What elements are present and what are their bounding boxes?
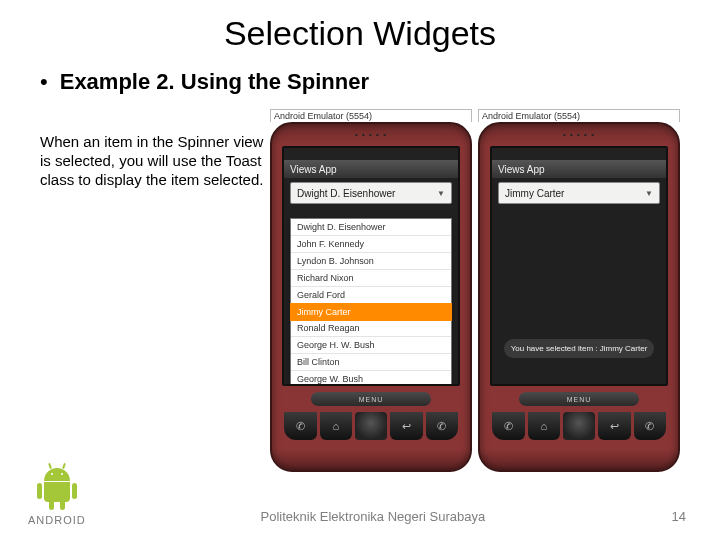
dropdown-option[interactable]: George W. Bush: [291, 371, 451, 386]
slide-title: Selection Widgets: [40, 14, 680, 53]
dropdown-option[interactable]: Bill Clinton: [291, 354, 451, 371]
home-button[interactable]: ⌂: [528, 412, 561, 440]
dpad[interactable]: [355, 412, 387, 440]
app-bar-title: Views App: [498, 164, 545, 175]
emulator-window-title: Android Emulator (5554): [478, 109, 680, 122]
emulator-left: Android Emulator (5554) • • • • • Views …: [270, 109, 472, 472]
dropdown-option[interactable]: Dwight D. Eisenhower: [291, 219, 451, 236]
chevron-down-icon: ▼: [645, 189, 653, 198]
phone-screen: Views App Jimmy Carter ▼ You have select…: [490, 146, 668, 386]
end-call-button[interactable]: ✆: [426, 412, 459, 440]
phone-body: • • • • • Views App Dwight D. Eisenhower…: [270, 122, 472, 472]
emulator-right: Android Emulator (5554) • • • • • Views …: [478, 109, 680, 472]
footer-text: Politeknik Elektronika Negeri Surabaya: [86, 509, 660, 526]
app-bar: Views App: [284, 160, 458, 178]
chevron-down-icon: ▼: [437, 189, 445, 198]
spinner-dropdown[interactable]: Dwight D. EisenhowerJohn F. KennedyLyndo…: [290, 218, 452, 386]
spinner-widget[interactable]: Dwight D. Eisenhower ▼: [290, 182, 452, 204]
slide: Selection Widgets • Example 2. Using the…: [0, 0, 720, 540]
page-number: 14: [660, 509, 720, 526]
home-button[interactable]: ⌂: [320, 412, 353, 440]
phone-screen: Views App Dwight D. Eisenhower ▼ Dwight …: [282, 146, 460, 386]
spinner-widget[interactable]: Jimmy Carter ▼: [498, 182, 660, 204]
dropdown-option[interactable]: George H. W. Bush: [291, 337, 451, 354]
dropdown-option[interactable]: Gerald Ford: [291, 287, 451, 304]
call-button[interactable]: ✆: [492, 412, 525, 440]
bullet-item: • Example 2. Using the Spinner: [40, 69, 680, 95]
back-button[interactable]: ↩: [390, 412, 423, 440]
phone-screenshots: Android Emulator (5554) • • • • • Views …: [270, 109, 680, 472]
earpiece-icon: • • • • •: [480, 130, 678, 139]
back-button[interactable]: ↩: [598, 412, 631, 440]
status-bar: [492, 148, 666, 160]
slide-footer: ANDROID Politeknik Elektronika Negeri Su…: [0, 468, 720, 526]
end-call-button[interactable]: ✆: [634, 412, 667, 440]
dropdown-option[interactable]: Lyndon B. Johnson: [291, 253, 451, 270]
dropdown-option[interactable]: John F. Kennedy: [291, 236, 451, 253]
spinner-selected-value: Dwight D. Eisenhower: [297, 188, 395, 199]
screen-content: Jimmy Carter ▼ You have selected item : …: [492, 178, 666, 384]
toast-message: You have selected item : Jimmy Carter: [504, 339, 654, 358]
menu-button[interactable]: MENU: [519, 392, 639, 406]
dpad[interactable]: [563, 412, 595, 440]
dropdown-option[interactable]: Richard Nixon: [291, 270, 451, 287]
bullet-text: Example 2. Using the Spinner: [60, 69, 369, 95]
android-logo: ANDROID: [28, 468, 86, 526]
screen-content: Dwight D. Eisenhower ▼ Dwight D. Eisenho…: [284, 178, 458, 384]
android-robot-icon: [37, 468, 77, 512]
bullet-dot-icon: •: [40, 69, 48, 95]
status-bar: [284, 148, 458, 160]
dropdown-option[interactable]: Jimmy Carter: [290, 303, 452, 321]
app-bar-title: Views App: [290, 164, 337, 175]
app-bar: Views App: [492, 160, 666, 178]
body-row: When an item in the Spinner view is sele…: [40, 109, 680, 472]
dropdown-option[interactable]: Ronald Reagan: [291, 320, 451, 337]
call-button[interactable]: ✆: [284, 412, 317, 440]
earpiece-icon: • • • • •: [272, 130, 470, 139]
hardware-keys: MENU ✆ ⌂ ↩ ✆: [282, 392, 460, 462]
android-wordmark: ANDROID: [28, 514, 86, 526]
phone-body: • • • • • Views App Jimmy Carter ▼ You h…: [478, 122, 680, 472]
menu-button[interactable]: MENU: [311, 392, 431, 406]
description-text: When an item in the Spinner view is sele…: [40, 109, 266, 472]
spinner-selected-value: Jimmy Carter: [505, 188, 564, 199]
emulator-window-title: Android Emulator (5554): [270, 109, 472, 122]
hardware-keys: MENU ✆ ⌂ ↩ ✆: [490, 392, 668, 462]
